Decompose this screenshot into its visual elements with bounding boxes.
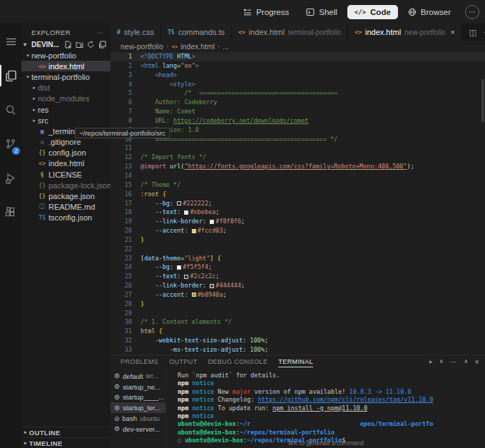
code-line: 4 <style> [111, 80, 485, 89]
chevron-down-icon: ▾ [24, 41, 31, 48]
code-line: 30/* 1. Content elements */ [111, 317, 485, 327]
shell-button[interactable]: Shell [299, 5, 344, 19]
search-icon[interactable] [0, 101, 21, 119]
terminal-line: npm notice [178, 412, 485, 420]
panel-close-icon[interactable]: × [475, 358, 479, 366]
code-line: 19 --link-border: #f8f8f6; [111, 217, 485, 226]
run-debug-icon[interactable] [0, 169, 21, 188]
terminal-item[interactable]: ⚙startup_ter... [111, 402, 165, 413]
panel-more-icon[interactable]: ⋯ [450, 358, 457, 366]
breadcrumb-item[interactable]: ... [223, 42, 229, 51]
explorer-more-icon[interactable]: ⋯ [96, 29, 103, 36]
panel-tab-problems[interactable]: PROBLEMS [121, 357, 158, 367]
explorer-icon[interactable] [0, 66, 21, 85]
tab-suffix: new-portfolio [404, 29, 445, 36]
tab-style.css[interactable]: #style.css [111, 24, 161, 41]
editor-scrollbar[interactable] [481, 79, 484, 122]
token: URL: [155, 117, 173, 124]
file-tree-item[interactable]: TStsconfig.json [21, 213, 111, 223]
more-options-button[interactable]: ⋯ [465, 5, 479, 19]
line-content: --bg: #222222; [132, 199, 212, 208]
file-name: .gitignore [48, 138, 81, 146]
chevron-down-icon: ▾ [24, 74, 31, 80]
file-name: package.json [48, 192, 95, 200]
file-tree-item[interactable]: ▸dist [21, 83, 111, 93]
file-tree-item[interactable]: <>index.html [21, 158, 111, 169]
panel-header: PROBLEMSOUTPUTDEBUG CONSOLETERMINAL + ∨ … [111, 355, 485, 369]
token [141, 337, 155, 344]
file-tree-item[interactable]: ⓘREADME.md [21, 202, 111, 213]
terminal-output[interactable]: Run `npm audit` for details.npm noticenp… [166, 369, 485, 448]
file-tree-item[interactable]: §LICENSE [21, 169, 111, 180]
token: #2c2c2c [190, 273, 215, 280]
token: #ebebea [190, 208, 215, 215]
file-tree-item[interactable]: {}package.json [21, 190, 111, 201]
terminal-item[interactable]: ⚙defaultter... [111, 371, 165, 382]
code-line: 33 -ms-text-size-adjust: 100%; [111, 345, 485, 355]
file-tree-item[interactable]: {}config.json [21, 148, 111, 158]
code-line: 24 --bg: #f5f5f4; [111, 263, 485, 272]
code-line: 12/* Import fonts */ [111, 153, 485, 162]
new-file-icon[interactable] [64, 41, 72, 49]
breadcrumb[interactable]: new-portfolio›<>index.html›... [111, 41, 485, 52]
code-line: 21} [111, 235, 485, 245]
code-editor[interactable]: 1<!DOCTYPE HTML>2<html lang="en">3 <head… [111, 52, 485, 355]
split-editor-icon[interactable]: ◫ [469, 28, 476, 37]
close-icon[interactable]: × [450, 28, 454, 36]
token: ; [241, 218, 245, 225]
file-tree-item[interactable]: ▸res [21, 104, 111, 115]
terminal-token: notice [192, 388, 214, 395]
file-tree-item[interactable]: ▾terminal-portfolio [21, 71, 111, 82]
panel-tab-terminal[interactable]: TERMINAL [278, 357, 313, 367]
browser-button[interactable]: Browser [401, 5, 458, 19]
panel-tab-debug-console[interactable]: DEBUG CONSOLE [208, 357, 268, 367]
token: > [195, 62, 199, 69]
color-swatch [192, 292, 196, 297]
refresh-icon[interactable] [87, 41, 95, 49]
file-tree-item[interactable]: ▾new-portfolio [21, 50, 111, 61]
tab-index.html[interactable]: <>index.htmlnew-portfolio× [348, 24, 461, 41]
code-line: 8 URL: https://codeberry.net/downloads/c… [111, 116, 485, 126]
file-tree-item[interactable]: ▸src [21, 115, 111, 126]
line-number: 8 [111, 116, 132, 126]
timeline-section[interactable]: ▸ TIMELINE [21, 437, 111, 448]
main-area: 2 EXPLORER ⋯ ▾ DEVIN... [0, 24, 485, 448]
line-content: [data-theme="light"] { [132, 254, 221, 263]
panel-tab-output[interactable]: OUTPUT [169, 357, 197, 367]
token: data-theme [144, 255, 180, 262]
file-tree-item[interactable]: {}package-lock.json [21, 180, 111, 190]
menu-icon[interactable] [0, 32, 21, 51]
new-folder-icon[interactable] [76, 41, 83, 49]
tab-index.html[interactable]: <>index.htmlterminal-portfolio [232, 24, 348, 41]
terminal-item[interactable]: ⊘bashubuntu [111, 413, 165, 424]
token: ); [407, 163, 414, 170]
new-terminal-icon[interactable]: + [429, 358, 433, 366]
css-icon: # [117, 29, 121, 36]
panel-maximize-icon[interactable]: ∧ [464, 358, 468, 366]
file-tree-item[interactable]: <>index.html [21, 61, 111, 71]
tab-commands.ts[interactable]: TScommands.ts [161, 24, 232, 41]
terminal-item[interactable]: ⚙startup____... [111, 392, 165, 403]
extensions-icon[interactable] [0, 203, 21, 222]
terminal-item[interactable]: ⚙startup_ne... [111, 382, 165, 392]
progress-button[interactable]: Progress [236, 5, 296, 19]
terminal-token: New [214, 388, 233, 395]
outline-section[interactable]: ▸ OUTLINE [21, 427, 111, 437]
workspace-row[interactable]: ▾ DEVIN... [21, 39, 111, 50]
line-content: --accent: #b8940a; [132, 290, 227, 300]
file-tree-item[interactable]: ▸node_modules [21, 93, 111, 104]
code-button[interactable]: </> Code [347, 5, 398, 19]
token [141, 218, 155, 225]
line-content: <!DOCTYPE HTML> [132, 52, 195, 61]
token: ; [215, 208, 219, 215]
line-content: /* 1. Content elements */ [132, 317, 232, 327]
terminal-panel: ⚙defaultter...⚙startup_ne...⚙startup____… [111, 369, 485, 448]
line-number: 13 [111, 162, 132, 171]
breadcrumb-item[interactable]: new-portfolio [121, 42, 163, 51]
token [141, 263, 155, 270]
collapse-all-icon[interactable] [98, 41, 106, 49]
breadcrumb-item[interactable]: index.html [180, 42, 215, 51]
source-control-icon[interactable]: 2 [0, 135, 21, 153]
terminal-item[interactable]: ⚙dev-server... [111, 424, 165, 434]
terminal-dropdown-icon[interactable]: ∨ [439, 358, 444, 366]
